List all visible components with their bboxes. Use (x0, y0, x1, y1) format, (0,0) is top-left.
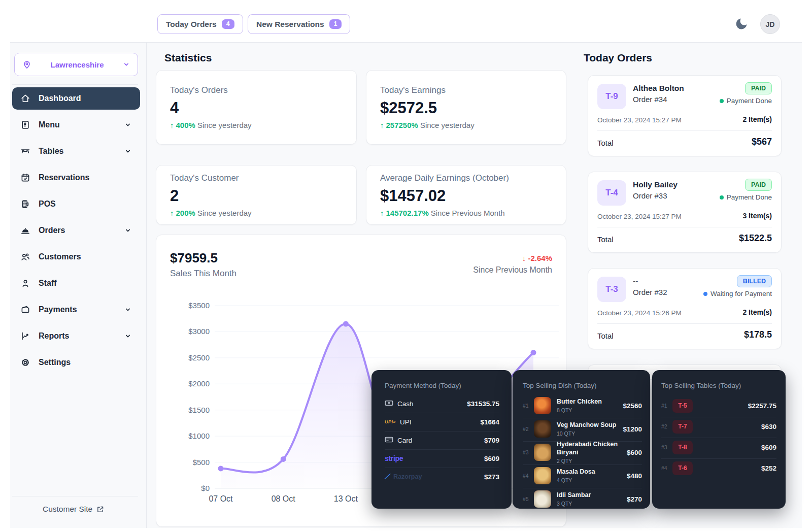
table-rank: #2 (661, 423, 672, 429)
payment-amount: $273 (484, 473, 499, 481)
payment-amount: $31535.75 (467, 400, 499, 408)
svg-text:$2000: $2000 (188, 379, 210, 388)
stat-label: Today's Orders (170, 85, 343, 95)
today-orders-button[interactable]: Today Orders 4 (157, 14, 243, 34)
user-avatar[interactable]: JD (760, 14, 780, 34)
sidebar-item-menu[interactable]: Menu (12, 114, 140, 136)
table-row: #1 T-5 $2257.75 (661, 397, 776, 414)
stat-value: 4 (170, 99, 343, 117)
sales-change-note: Since Previous Month (473, 266, 552, 275)
payment-method-name: Razorpay (393, 473, 422, 480)
dish-photo (534, 444, 551, 461)
pos-terminal-icon (20, 199, 30, 209)
panel-row-divider (523, 488, 642, 488)
sidebar-item-label: Payments (39, 305, 116, 314)
table-amount: $609 (761, 444, 776, 451)
table-rank: #3 (661, 444, 672, 450)
customer-name: Althea Bolton (633, 84, 684, 93)
total-label: Total (597, 235, 614, 244)
report-chart-icon (20, 331, 30, 341)
sidebar-item-label: Dashboard (39, 94, 132, 103)
dish-qty: 4 QTY (557, 477, 595, 483)
razorpay-logo-icon: ⟋ (385, 473, 389, 481)
external-link-icon (96, 505, 105, 514)
status-dot-icon (720, 99, 724, 103)
payment-row-card: Card $709 (385, 433, 499, 447)
sidebar-item-settings[interactable]: Settings (12, 351, 140, 374)
stat-change-note: Since Previous Month (431, 209, 505, 217)
stat-change: ↑ 145702.17% Since Previous Month (380, 209, 552, 217)
table-row: #4 T-6 $252 (661, 460, 776, 476)
status-note: Waiting for Payment (703, 290, 772, 297)
stat-change: ↑ 200% Since yesterday (170, 209, 343, 217)
dish-rank: #3 (523, 449, 534, 455)
stripe-logo-icon: stripe (385, 454, 403, 462)
sidebar-item-staff[interactable]: Staff (12, 272, 140, 294)
top-selling-dish-panel: Top Selling Dish (Today) #1 Butter Chick… (513, 370, 650, 509)
order-number: Order #33 (633, 191, 667, 200)
order-card-divider (597, 227, 772, 227)
cash-icon (385, 400, 393, 408)
order-card[interactable]: T-3 -- Order #32 BILLED Waiting for Paym… (588, 268, 782, 349)
sidebar-item-dashboard[interactable]: Dashboard (12, 87, 140, 110)
table-amount: $2257.75 (748, 402, 776, 410)
status-badge: BILLED (737, 275, 772, 287)
panel-row-divider (385, 468, 499, 468)
table-id-badge: T-5 (672, 399, 693, 413)
customer-name: Holly Bailey (633, 180, 678, 189)
sidebar-item-reservations[interactable]: Reservations (12, 167, 140, 189)
new-reservations-count-badge: 1 (329, 19, 342, 29)
up-arrow-icon: ↑ (170, 121, 174, 129)
dish-amount: $1200 (623, 425, 642, 433)
moon-icon (734, 17, 749, 31)
order-card[interactable]: T-4 Holly Bailey Order #33 PAID Payment … (588, 172, 782, 253)
stat-change-note: Since yesterday (420, 121, 475, 129)
dark-mode-toggle[interactable] (734, 17, 749, 31)
payment-row-cash: Cash $31535.75 (385, 396, 499, 411)
sidebar-item-payments[interactable]: Payments (12, 298, 140, 321)
gear-icon (20, 357, 30, 368)
new-reservations-button[interactable]: New Reservations 1 (248, 14, 350, 34)
dish-rank: #1 (523, 403, 534, 409)
today-orders-count-badge: 4 (222, 19, 234, 29)
panel-row-divider (523, 464, 642, 465)
sidebar-item-orders[interactable]: Orders (12, 219, 140, 242)
payment-row-stripe: stripe $609 (385, 451, 499, 466)
table-id-badge: T-7 (672, 420, 693, 434)
panel-row-divider (661, 417, 776, 417)
sidebar-item-label: Orders (39, 226, 116, 235)
order-card[interactable]: T-9 Althea Bolton Order #34 PAID Payment… (588, 75, 782, 156)
customer-site-link[interactable]: Customer Site (43, 505, 105, 514)
dish-row: #5 Idli Sambar 3 QTY $270 (523, 489, 642, 509)
stat-change: ↑ 257250% Since yesterday (380, 121, 552, 129)
sidebar-item-label: Reservations (39, 173, 132, 182)
dish-name: Hyderabadi Chicken Biryani (557, 441, 622, 456)
sidebar-item-tables[interactable]: Tables (12, 140, 140, 162)
table-amount: $630 (761, 423, 776, 430)
total-label: Total (597, 331, 614, 340)
svg-text:$0: $0 (201, 484, 210, 492)
dish-amount: $600 (627, 449, 642, 456)
stat-change-percent: 200% (176, 209, 195, 217)
dish-name: Masala Dosa (557, 468, 595, 476)
customer-name: -- (633, 277, 638, 286)
sidebar-item-pos[interactable]: POS (12, 193, 140, 215)
sidebar-item-reports[interactable]: Reports (12, 325, 140, 347)
top-tables-title: Top Selling Tables (Today) (661, 382, 741, 389)
total-label: Total (597, 139, 614, 147)
today-orders-title: Today Orders (584, 52, 652, 64)
location-selector[interactable]: Lawrenceshire (14, 53, 138, 76)
payment-method-panel: Payment Method (Today) Cash $31535.75 UP… (371, 370, 512, 509)
payment-method-name: Card (397, 437, 412, 444)
stat-value: 2 (170, 187, 343, 205)
dish-photo (534, 467, 551, 484)
stat-label: Today's Customer (170, 173, 343, 183)
wallet-icon (20, 305, 30, 315)
sidebar-item-label: Staff (39, 279, 132, 288)
order-total: $1522.5 (739, 233, 772, 244)
svg-text:$2500: $2500 (188, 353, 210, 362)
sidebar-item-label: Settings (39, 358, 132, 367)
dish-amount: $480 (627, 472, 642, 480)
sidebar-item-customers[interactable]: Customers (12, 246, 140, 268)
table-amount: $252 (761, 464, 776, 472)
